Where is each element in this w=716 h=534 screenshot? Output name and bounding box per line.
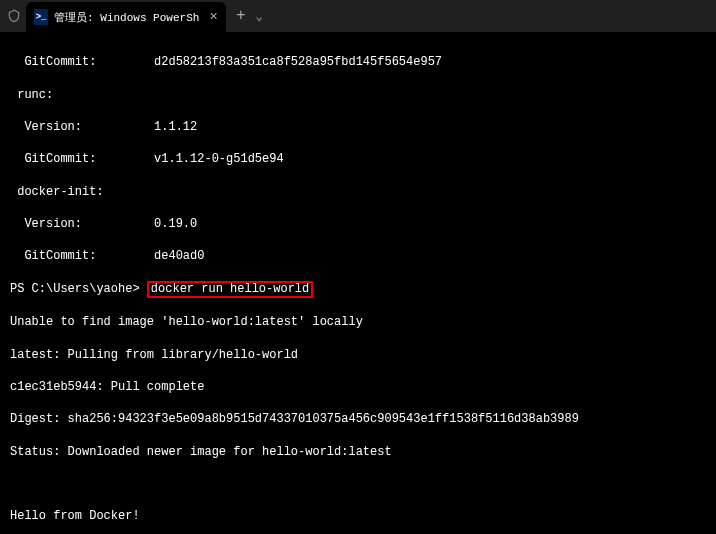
output-line: Version: 0.19.0 bbox=[10, 216, 706, 232]
output-line: latest: Pulling from library/hello-world bbox=[10, 347, 706, 363]
active-tab[interactable]: >_ 管理员: Windows PowerShell × bbox=[26, 2, 226, 32]
output-line: Status: Downloaded newer image for hello… bbox=[10, 444, 706, 460]
new-tab-button[interactable]: + bbox=[236, 7, 246, 25]
output-line: GitCommit: de40ad0 bbox=[10, 248, 706, 264]
powershell-icon: >_ bbox=[34, 9, 48, 25]
output-line: Hello from Docker! bbox=[10, 508, 706, 524]
output-blank bbox=[10, 476, 706, 492]
titlebar: >_ 管理员: Windows PowerShell × + ⌄ bbox=[0, 0, 716, 32]
tab-dropdown-button[interactable]: ⌄ bbox=[256, 9, 263, 24]
output-line: Digest: sha256:94323f3e5e09a8b9515d74337… bbox=[10, 411, 706, 427]
shield-icon bbox=[6, 8, 22, 24]
close-tab-button[interactable]: × bbox=[210, 9, 218, 25]
prompt: PS C:\Users\yaohe> bbox=[10, 282, 147, 296]
output-line: GitCommit: v1.1.12-0-g51d5e94 bbox=[10, 151, 706, 167]
terminal-output[interactable]: GitCommit: d2d58213f83a351ca8f528a95fbd1… bbox=[0, 32, 716, 534]
command-line: PS C:\Users\yaohe> docker run hello-worl… bbox=[10, 281, 706, 298]
output-line: runc: bbox=[10, 87, 706, 103]
highlighted-command: docker run hello-world bbox=[147, 281, 313, 298]
output-line: Unable to find image 'hello-world:latest… bbox=[10, 314, 706, 330]
output-line: docker-init: bbox=[10, 184, 706, 200]
output-line: Version: 1.1.12 bbox=[10, 119, 706, 135]
output-line: GitCommit: d2d58213f83a351ca8f528a95fbd1… bbox=[10, 54, 706, 70]
tab-title: 管理员: Windows PowerShell bbox=[54, 10, 199, 25]
output-line: c1ec31eb5944: Pull complete bbox=[10, 379, 706, 395]
